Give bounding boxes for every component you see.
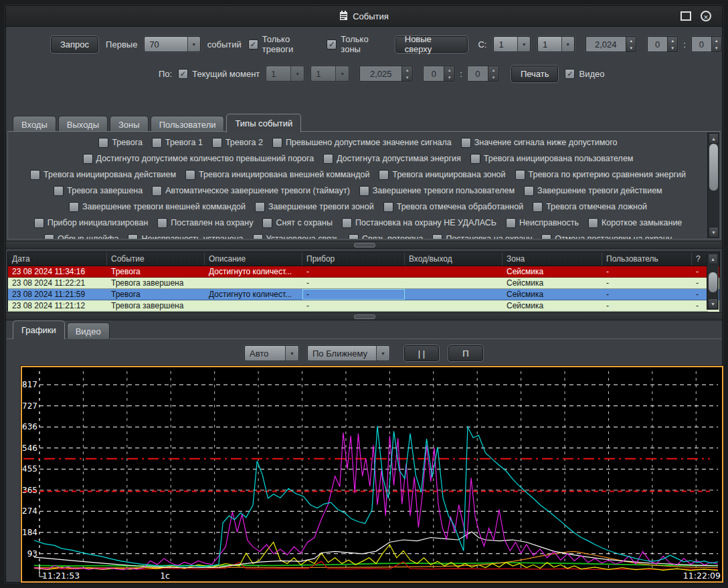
from-day-combo[interactable]: 1▼ [493, 36, 531, 52]
splitter-grip[interactable] [354, 243, 375, 248]
event-type-checkbox[interactable]: Отмена постановки на охрану [541, 234, 672, 240]
chevron-down-icon: ▼ [561, 37, 574, 52]
event-type-checkbox[interactable]: Автоматическое завершение тревоги (тайма… [152, 186, 350, 196]
video-checkbox[interactable]: ✓ Видео [565, 69, 604, 79]
from-hour-spinner[interactable]: 0 ▲▼ [647, 36, 678, 52]
scrollbar-thumb[interactable] [709, 143, 719, 191]
event-type-checkbox[interactable]: Тревога по критерию сравнения энергий [515, 170, 686, 180]
scroll-up-icon[interactable]: ▲ [709, 133, 719, 144]
table-row[interactable]: 23 08 2024 11:34:16ТревогаДостигнуто кол… [8, 266, 719, 278]
print-button[interactable]: Печать [511, 65, 559, 83]
splitter-grip[interactable] [354, 314, 375, 319]
tab-входы[interactable]: Входы [13, 116, 56, 132]
maximize-button[interactable] [680, 11, 691, 21]
column-header-6[interactable]: Зона [503, 252, 602, 266]
event-type-checkbox[interactable]: Значение сигнала ниже допустимого [461, 138, 618, 148]
event-type-checkbox[interactable]: Тревога инициирована действием [30, 170, 176, 180]
splitter-handle[interactable] [6, 312, 722, 320]
scroll-down-icon[interactable]: ▼ [708, 298, 718, 309]
table-row[interactable]: 23 08 2024 11:22:21Тревога завершена-Сей… [8, 278, 719, 289]
check-icon: ✓ [327, 39, 337, 50]
checkbox-icon [128, 234, 138, 240]
event-type-checkbox[interactable]: Установлена связь [253, 234, 339, 240]
table-row[interactable]: 23 08 2024 11:21:12Тревога завершена-Сей… [8, 300, 719, 312]
table-scrollbar[interactable]: ▲ ▼ [707, 253, 719, 310]
event-type-label: Неисправность [519, 218, 579, 227]
scrollbar-thumb[interactable] [708, 272, 718, 293]
event-type-checkbox[interactable]: Завершение тревоги зоной [255, 202, 374, 212]
splitter-handle[interactable] [6, 241, 722, 249]
table-row[interactable]: 23 08 2024 11:21:59ТревогаДостигнуто кол… [8, 289, 719, 300]
event-type-checkbox[interactable]: Неисправность устранена [128, 234, 243, 240]
current-moment-checkbox[interactable]: ✓ Текущий момент [178, 69, 260, 79]
to-day-combo[interactable]: 1▼ [266, 66, 304, 82]
column-header-2[interactable]: Событие [107, 252, 205, 266]
query-button[interactable]: Запрос [50, 35, 99, 54]
checkbox-icon [349, 234, 359, 240]
tab-графики[interactable]: Графики [13, 320, 65, 339]
from-min-spinner[interactable]: 0 ▲▼ [691, 36, 722, 52]
checkbox-icon [524, 186, 534, 196]
to-min-spinner[interactable]: 0 ▲▼ [467, 66, 499, 82]
event-type-checkbox[interactable]: Поставлен на охрану [157, 218, 253, 228]
svg-text:274: 274 [22, 506, 37, 516]
column-header-4[interactable]: Прибор [302, 252, 405, 266]
time-colon: : [460, 69, 462, 79]
event-type-checkbox[interactable]: Короткое замыкание [588, 218, 682, 228]
only-alarms-checkbox[interactable]: ✓ Только тревоги [248, 34, 321, 54]
event-type-checkbox[interactable]: Неисправность [506, 218, 579, 228]
pause-button[interactable]: | | [403, 345, 440, 362]
first-count-combo[interactable]: 70▼ [144, 36, 200, 52]
tab-пользователи[interactable]: Пользователи [151, 116, 225, 132]
table-cell: - [692, 266, 708, 278]
scroll-up-icon[interactable]: ▲ [708, 254, 718, 264]
event-type-checkbox[interactable]: Тревога 2 [212, 138, 263, 148]
event-type-checkbox[interactable]: Превышено допустимое значение сигнала [272, 138, 452, 148]
event-type-checkbox[interactable]: Снят с охраны [262, 218, 332, 228]
tab-выходы[interactable]: Выходы [58, 116, 108, 132]
close-button[interactable]: ✕ [701, 11, 711, 21]
from-year-spinner[interactable]: 2,024 ▲▼ [585, 36, 637, 52]
event-type-checkbox[interactable]: Завершение тревоги внешней коммандой [69, 202, 246, 212]
column-header-1[interactable]: Дата [8, 252, 107, 266]
signal-chart[interactable]: 9318427436545554663672781711:21:531с11:2… [21, 366, 723, 583]
event-type-checkbox[interactable]: Тревога инициирована зоной [379, 170, 505, 180]
only-zones-checkbox[interactable]: ✓ Только зоны [327, 34, 387, 54]
event-type-checkbox[interactable]: Достигнуто допустимое количество превыше… [83, 154, 314, 164]
column-header-8[interactable]: ? [692, 252, 708, 266]
chart-mode-combo[interactable]: Авто▼ [244, 345, 299, 361]
event-types-scrollbar[interactable]: ▲ ▼ [707, 132, 719, 238]
event-type-checkbox[interactable]: Связь потеряна [349, 234, 423, 240]
spin-up-icon: ▲ [488, 66, 498, 74]
event-type-checkbox[interactable]: Тревога отмечена ложной [533, 202, 647, 212]
event-type-checkbox[interactable]: Постановка на охрану [432, 234, 532, 240]
event-type-checkbox[interactable]: Завершение тревоги действием [524, 186, 662, 196]
column-header-7[interactable]: Пользователь [602, 252, 692, 266]
tab-зоны[interactable]: Зоны [110, 116, 149, 132]
event-type-checkbox[interactable]: Тревога завершена [54, 186, 143, 196]
event-type-checkbox[interactable]: Тревога [98, 138, 143, 148]
to-hour-spinner[interactable]: 0 ▲▼ [423, 66, 455, 82]
event-type-checkbox[interactable]: Тревога 1 [152, 138, 203, 148]
checkbox-icon [506, 218, 516, 228]
new-on-top-button[interactable]: Новые сверху [395, 35, 469, 54]
to-month-combo[interactable]: 1▼ [310, 66, 349, 82]
from-month-combo[interactable]: 1▼ [537, 36, 575, 52]
event-type-checkbox[interactable]: Постановка на охрану НЕ УДАЛАСЬ [342, 218, 496, 228]
scroll-down-icon[interactable]: ▼ [709, 227, 719, 237]
event-type-checkbox[interactable]: Тревога отмечена обработанной [383, 202, 523, 212]
chart-align-combo[interactable]: По Ближнему▼ [307, 345, 390, 361]
event-type-checkbox[interactable]: Прибор инициализирован [34, 218, 149, 228]
event-type-checkbox[interactable]: Тревога инициирована внешней коммандой [185, 170, 369, 180]
column-header-3[interactable]: Описание [205, 252, 302, 266]
event-type-checkbox[interactable]: Достигнута допустимая энергия [323, 154, 461, 164]
p-button[interactable]: П [448, 345, 484, 362]
tab-видео[interactable]: Видео [67, 322, 110, 339]
event-type-checkbox[interactable]: Тревога инициирована пользователем [470, 154, 634, 164]
to-year-spinner[interactable]: 2,025 ▲▼ [359, 66, 413, 82]
tab-типы-событий[interactable]: Типы событий [226, 114, 301, 132]
event-type-checkbox[interactable]: Обрыв шлейфа [44, 234, 118, 240]
spin-down-icon: ▼ [488, 74, 498, 81]
event-type-checkbox[interactable]: Завершение тревоги пользователем [359, 186, 515, 196]
column-header-5[interactable]: Вход/выход [405, 252, 503, 266]
